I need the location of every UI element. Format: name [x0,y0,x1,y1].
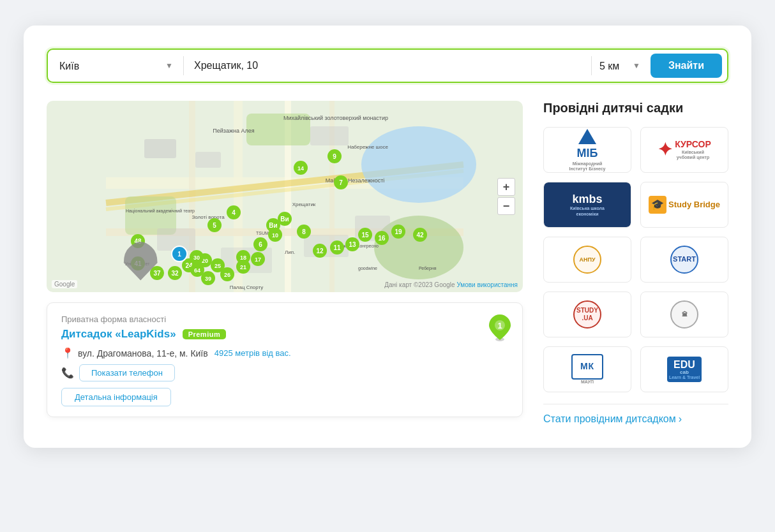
city-select[interactable]: Київ [59,61,162,71]
search-divider-1 [183,56,184,75]
studybridge-logo-img: 🎓 [649,196,666,214]
svg-text:9: 9 [333,153,336,160]
phone-icon: 📞 [61,367,74,379]
maup-sub: МАУП [581,380,594,385]
partner-divider [543,404,728,404]
show-phone-button[interactable]: Показати телефон [79,364,175,381]
partner-logo-edu[interactable]: EDU cab Learn & Travel [640,346,728,392]
svg-text:14: 14 [297,165,304,172]
generic-circle: 🏛 [670,300,698,329]
become-partner-text: Стати провідним дитсадком [543,413,676,425]
svg-text:19: 19 [395,228,402,235]
logo-studyua-inner: STUDY.UA [548,296,627,333]
partner-logo-kmbs[interactable]: kmbs Київська школаекономіки [543,182,631,228]
svg-point-9 [361,126,476,203]
kursop-star-icon: ✦ [658,139,672,161]
svg-text:Михайлівський золотоверхий мон: Михайлівський золотоверхий монастир [283,115,388,121]
logo-kmbs-inner: kmbs Київська школаекономіки [544,182,631,227]
zoom-in-button[interactable]: + [497,178,515,196]
radius-select[interactable]: 5 км [599,61,630,71]
become-partner-link[interactable]: Стати провідним дитсадком › [543,413,728,425]
partner-logo-maup[interactable]: МК МАУП [543,346,631,392]
zoom-out-button[interactable]: − [497,197,515,215]
city-select-wrapper[interactable]: Київ ▼ [53,57,181,75]
studyua-circle: STUDY.UA [573,300,601,329]
svg-text:12: 12 [316,248,324,255]
svg-text:6: 6 [259,241,262,248]
logo-maup-inner: МК МАУП [548,351,627,388]
svg-text:4: 4 [232,209,236,216]
svg-text:Ви: Ви [280,216,289,223]
partner-logo-studybridge[interactable]: 🎓 Study Bridge [640,182,728,228]
address-distance-link[interactable]: 4925 метрів від вас. [214,348,291,358]
svg-text:Реберня: Реберня [419,266,437,271]
svg-text:Лип.: Лип. [285,249,295,255]
google-logo: Google [54,281,75,288]
partner-logo-generic[interactable]: 🏛 [640,292,728,337]
ownership-label: Приватна форма власності [61,314,508,324]
map-terms: Дані карт ©2023 Google [384,281,455,288]
partner-logo-start[interactable]: START [640,237,728,283]
svg-text:25: 25 [214,263,221,269]
card-title-link[interactable]: Дитсадок «LeapKids» [61,328,176,341]
svg-text:10: 10 [272,232,278,239]
card-marker: 1 [489,314,511,336]
partners-title: Провідні дитячі садки [543,101,728,115]
location-icon: 📍 [61,347,74,359]
svg-rect-13 [144,139,176,158]
edu-bot: Learn & Travel [669,375,700,380]
svg-text:26: 26 [224,272,230,278]
address-text: вул. Драгоманова, 11-е, м. Київ [78,348,208,358]
logo-studybridge-inner: 🎓 Study Bridge [645,186,724,223]
search-button[interactable]: Знайти [651,54,722,78]
radius-select-wrapper[interactable]: 5 км ▼ [594,61,645,71]
svg-text:Пейзажна Алея: Пейзажна Алея [213,128,254,134]
start-circle: START [670,246,698,274]
mib-triangle [578,129,596,144]
svg-text:goodwine: goodwine [358,266,377,271]
svg-text:37: 37 [153,270,161,277]
page-wrapper: Київ ▼ 5 км ▼ Знайти [24,26,751,448]
result-card: Приватна форма власності Дитсадок «LeapK… [47,302,523,417]
partner-logo-mib[interactable]: МІБ МіжнароднийІнститут Бізнесу [543,127,631,173]
card-title-row: Дитсадок «LeapKids» Premium [61,328,508,341]
svg-text:5: 5 [213,222,216,229]
svg-text:Національний академічний театр: Національний академічний театр [126,209,195,214]
kursop-sub-text: Київськийучбовий центр [675,150,711,161]
partner-logo-studyua[interactable]: STUDY.UA [543,292,631,337]
detail-button[interactable]: Детальна інформація [61,388,171,406]
svg-text:17: 17 [255,256,261,263]
svg-text:39: 39 [205,276,211,282]
logo-anpu-inner: АНПУ [548,241,627,278]
kursop-text-block: КУРСОР Київськийучбовий центр [675,139,711,161]
search-bar: Київ ▼ 5 км ▼ Знайти [47,48,728,83]
card-phone-row: 📞 Показати телефон [61,364,508,381]
partner-logo-kursop[interactable]: ✦ КУРСОР Київськийучбовий центр [640,127,728,173]
logo-generic-inner: 🏛 [645,296,724,333]
map-zoom-controls: + − [497,178,515,215]
left-column: Пейзажна Алея Михайлівський золотоверхий… [47,101,523,417]
logo-start-inner: START [645,241,724,278]
svg-text:1: 1 [497,321,502,330]
map-credit: Google [52,280,77,288]
maup-box: МК [571,354,603,380]
edu-top: EDU [673,360,695,370]
svg-text:32: 32 [171,270,179,277]
partner-logo-anpu[interactable]: АНПУ [543,237,631,283]
address-input[interactable] [186,56,589,75]
map-container[interactable]: Пейзажна Алея Михайлівський золотоверхий… [47,101,523,292]
svg-text:30: 30 [193,255,200,261]
svg-text:7: 7 [339,179,343,186]
edu-mid: cab [680,370,689,375]
svg-text:1: 1 [177,251,181,258]
edu-box: EDU cab Learn & Travel [667,357,702,382]
svg-rect-15 [310,126,349,145]
map-usage-terms[interactable]: Умови використання [456,281,518,288]
map-credit-right: Дані карт ©2023 Google Умови використанн… [384,281,518,288]
svg-text:42: 42 [416,232,424,239]
studybridge-text: Study Bridge [668,200,720,210]
become-partner-chevron-icon: › [679,413,682,425]
svg-text:64: 64 [194,267,200,274]
city-chevron-icon: ▼ [165,61,173,70]
svg-text:Хрещатик: Хрещатик [292,202,316,207]
